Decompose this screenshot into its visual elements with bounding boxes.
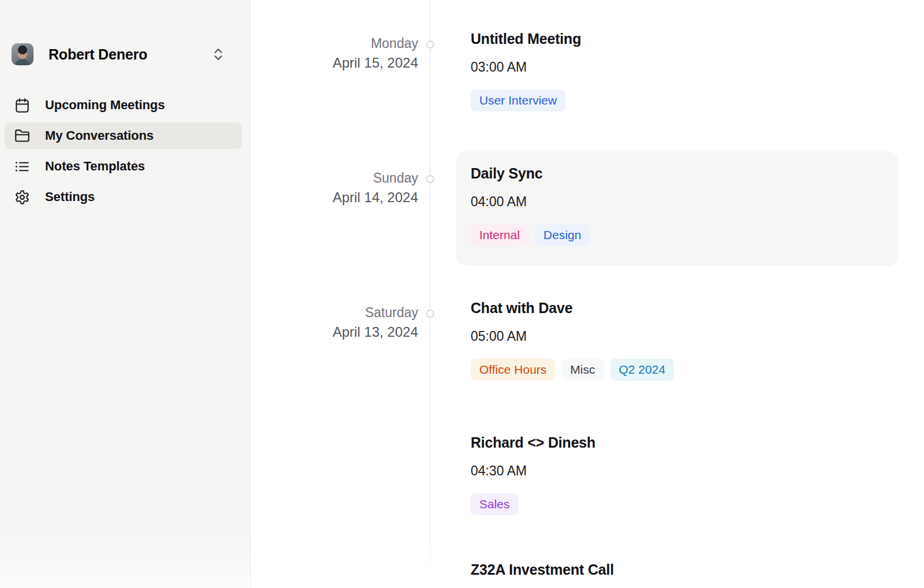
meeting-title: Z32A Investment Call [471, 561, 614, 578]
meeting-z32a-investment-call[interactable]: Z32A Investment Call [471, 561, 614, 578]
folder-icon [14, 128, 30, 144]
user-name: Robert Denero [49, 46, 147, 63]
sidebar-item-label: Notes Templates [45, 159, 145, 174]
date-weekday: Sunday [251, 169, 418, 188]
conversations-timeline: Monday April 15, 2024 Untitled Meeting 0… [251, 0, 924, 588]
sidebar-item-notes-templates[interactable]: Notes Templates [5, 153, 242, 180]
meeting-time: 04:00 AM [471, 194, 590, 210]
meeting-untitled-meeting[interactable]: Untitled Meeting 03:00 AM User Interview [471, 31, 581, 111]
tag-sales[interactable]: Sales [471, 493, 519, 515]
date-full: April 15, 2024 [251, 53, 418, 72]
date-block: Monday April 15, 2024 [251, 34, 418, 72]
gear-icon [14, 189, 30, 205]
tag-office-hours[interactable]: Office Hours [471, 359, 555, 381]
tag-list: Sales [471, 493, 595, 515]
sidebar-item-upcoming-meetings[interactable]: Upcoming Meetings [5, 92, 242, 118]
timeline-dot [426, 310, 434, 318]
sidebar-item-my-conversations[interactable]: My Conversations [5, 122, 242, 149]
tag-misc[interactable]: Misc [561, 359, 603, 381]
date-full: April 13, 2024 [251, 322, 418, 341]
list-icon [14, 159, 30, 174]
meeting-title: Daily Sync [471, 165, 590, 182]
date-weekday: Monday [251, 34, 418, 53]
sidebar-item-label: My Conversations [45, 128, 154, 143]
date-weekday: Saturday [251, 303, 418, 322]
tag-q2-2024[interactable]: Q2 2024 [610, 359, 675, 381]
sidebar-item-settings[interactable]: Settings [5, 184, 242, 210]
meeting-time: 04:30 AM [471, 463, 595, 479]
meeting-daily-sync[interactable]: Daily Sync 04:00 AM Internal Design [471, 165, 590, 246]
tag-user-interview[interactable]: User Interview [471, 90, 565, 111]
date-block: Saturday April 13, 2024 [251, 303, 418, 341]
calendar-icon [14, 98, 30, 113]
tag-list: Internal Design [471, 224, 590, 246]
avatar [12, 43, 33, 65]
meeting-title: Chat with Dave [471, 300, 674, 317]
meeting-title: Untitled Meeting [471, 31, 581, 47]
meeting-time: 03:00 AM [471, 59, 581, 75]
tag-design[interactable]: Design [535, 224, 590, 246]
meeting-time: 05:00 AM [471, 329, 674, 344]
tag-list: Office Hours Misc Q2 2024 [471, 359, 674, 381]
tag-internal[interactable]: Internal [471, 224, 528, 246]
timeline-dot [426, 40, 434, 49]
date-full: April 14, 2024 [251, 188, 418, 207]
meeting-title: Richard <> Dinesh [471, 434, 595, 451]
meeting-richard-dinesh[interactable]: Richard <> Dinesh 04:30 AM Sales [471, 434, 595, 515]
timeline-line [430, 0, 431, 579]
timeline-dot [426, 175, 434, 183]
sidebar-item-label: Upcoming Meetings [45, 98, 165, 113]
tag-list: User Interview [471, 90, 581, 111]
app-window: Robert Denero Upcoming Meetings [0, 0, 924, 588]
meeting-chat-with-dave[interactable]: Chat with Dave 05:00 AM Office Hours Mis… [471, 300, 674, 381]
account-switcher[interactable]: Robert Denero [12, 42, 242, 67]
chevrons-up-down-icon [211, 47, 226, 62]
sidebar-item-label: Settings [45, 189, 95, 204]
sidebar: Robert Denero Upcoming Meetings [0, 0, 251, 588]
sidebar-nav: Upcoming Meetings My Conversations [5, 92, 242, 214]
date-block: Sunday April 14, 2024 [251, 169, 418, 207]
